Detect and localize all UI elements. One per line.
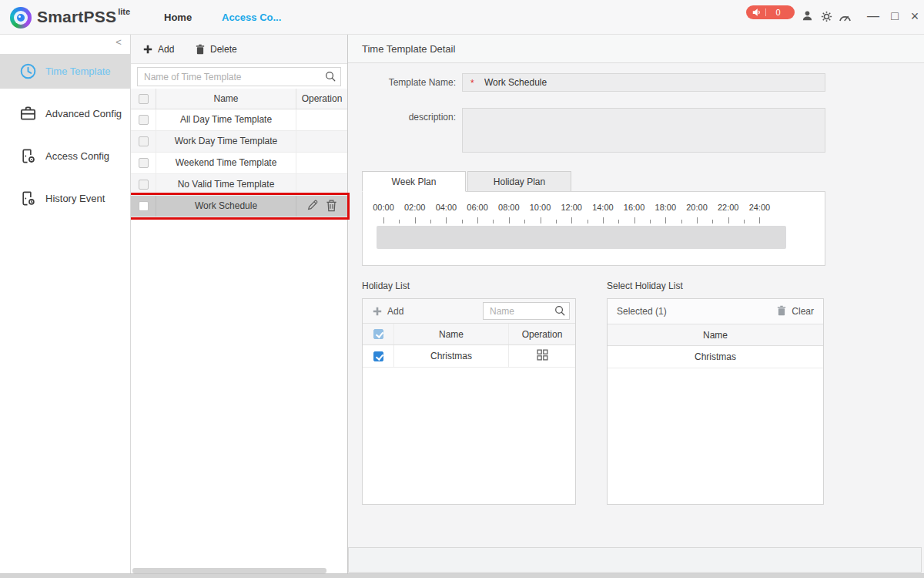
tick-mark [493, 220, 494, 223]
search-icon[interactable] [554, 305, 565, 318]
description-textarea[interactable] [462, 108, 825, 153]
close-button[interactable]: × [906, 0, 923, 35]
table-row[interactable]: Weekend Time Template [131, 153, 347, 174]
template-name-field[interactable]: * [462, 73, 825, 92]
app-logo: SmartPSS lite [10, 6, 130, 29]
time-label: 14:00 [592, 203, 614, 212]
row-checkbox[interactable] [139, 180, 149, 190]
timeline-track[interactable] [377, 226, 786, 249]
time-template-list-panel: Add Delete Name Operation All Day Time T… [131, 35, 348, 578]
column-header-name: Name [608, 324, 823, 346]
holiday-detail-grid-icon[interactable] [537, 349, 548, 363]
tick-mark [603, 217, 604, 223]
sidebar-item-advanced-config[interactable]: Advanced Config [0, 96, 131, 131]
table-row[interactable]: All Day Time Template [131, 109, 347, 131]
time-label: 16:00 [624, 203, 645, 212]
app-title: SmartPSS [37, 6, 116, 28]
window-bottom-strip [0, 573, 924, 578]
holiday-list-box: Add Name Operation Christmas [362, 298, 576, 505]
edit-pencil-icon[interactable] [306, 199, 319, 213]
template-name: Weekend Time Template [156, 153, 296, 173]
delete-template-button[interactable]: Delete [196, 35, 237, 64]
minimize-button[interactable]: — [865, 0, 882, 35]
add-template-label: Add [158, 44, 174, 55]
alarm-badge[interactable]: 0 [746, 5, 795, 19]
column-header-operation: Operation [296, 93, 347, 104]
holiday-row[interactable]: Christmas [363, 345, 575, 368]
holiday-name: Christmas [393, 345, 509, 367]
time-template-detail-panel: Time Template Detail Template Name: * de… [348, 35, 924, 578]
tab-home[interactable]: Home [164, 0, 192, 35]
sidebar: < Time Template Advanced Config Access C… [0, 35, 131, 578]
plus-icon [143, 45, 152, 54]
week-plan-panel: 00:0002:0004:0006:0008:0010:0012:0014:00… [362, 191, 825, 266]
sidebar-item-label: Time Template [45, 66, 111, 77]
user-icon[interactable] [802, 10, 813, 22]
tick-mark [383, 217, 384, 223]
add-holiday-button[interactable]: Add [373, 306, 403, 317]
sidebar-item-history-event[interactable]: History Event [0, 181, 131, 216]
select-all-holidays-checkbox[interactable] [373, 329, 383, 339]
tick-mark [509, 217, 510, 223]
app-title-suffix: lite [118, 6, 130, 17]
time-label: 06:00 [467, 203, 488, 212]
clear-button[interactable]: Clear [777, 305, 814, 318]
add-template-button[interactable]: Add [143, 35, 174, 64]
sidebar-item-access-config[interactable]: Access Config [0, 139, 131, 173]
sidebar-item-label: Advanced Config [45, 108, 122, 119]
holiday-list-toolbar: Add [363, 299, 575, 324]
selected-holiday-name[interactable]: Christmas [608, 346, 823, 368]
tick-mark [681, 220, 682, 223]
tick-mark [588, 220, 588, 223]
title-bar: SmartPSS lite Home Access Co... 0 — □ × [0, 0, 924, 35]
table-row[interactable]: No Valid Time Template [131, 174, 347, 196]
row-checkbox[interactable] [139, 115, 149, 125]
tick-mark [524, 220, 525, 223]
performance-gauge-icon[interactable] [839, 12, 852, 22]
template-name-label: Template Name: [348, 77, 456, 88]
plus-icon [373, 307, 382, 316]
column-header-name: Name [393, 324, 509, 344]
tab-access-control[interactable]: Access Co... [222, 0, 281, 35]
horizontal-scrollbar[interactable] [132, 568, 326, 573]
tick-mark [759, 217, 760, 223]
maximize-button[interactable]: □ [886, 0, 903, 35]
tick-mark [556, 220, 557, 223]
template-search-input[interactable] [137, 67, 341, 86]
tick-mark [571, 217, 572, 223]
select-holiday-list-title: Select Holiday List [607, 281, 683, 291]
table-row-selected[interactable]: Work Schedule [131, 196, 347, 217]
search-icon[interactable] [325, 71, 336, 84]
tick-mark [634, 217, 635, 223]
tab-week-plan[interactable]: Week Plan [362, 171, 466, 192]
row-checkbox[interactable] [139, 201, 149, 211]
delete-trash-icon[interactable] [326, 199, 337, 214]
tick-mark [541, 217, 541, 223]
select-holiday-list-box: Selected (1) Clear Name Christmas [607, 298, 824, 505]
tab-holiday-plan[interactable]: Holiday Plan [467, 171, 571, 192]
column-header-name: Name [156, 89, 296, 109]
table-row[interactable]: Work Day Time Template [131, 131, 347, 153]
sidebar-item-time-template[interactable]: Time Template [0, 54, 131, 89]
settings-gear-icon[interactable] [821, 11, 832, 22]
trash-icon [196, 44, 205, 55]
template-table-header: Name Operation [131, 89, 347, 109]
selected-header: Selected (1) Clear [608, 299, 823, 324]
template-name-input[interactable] [463, 74, 825, 91]
detail-panel-title: Time Template Detail [348, 35, 924, 63]
template-name: No Valid Time Template [156, 174, 296, 195]
select-all-checkbox[interactable] [139, 94, 149, 104]
holiday-checkbox[interactable] [373, 351, 383, 361]
clock-icon [18, 62, 37, 80]
tick-mark [430, 220, 431, 223]
row-checkbox[interactable] [139, 136, 149, 146]
detail-bottom-bar [348, 547, 922, 573]
template-table: Name Operation All Day Time Template Wor… [131, 89, 347, 217]
tick-mark [477, 217, 478, 223]
briefcase-icon [18, 105, 37, 123]
time-label: 10:00 [530, 203, 551, 212]
template-name: Work Day Time Template [156, 131, 296, 152]
collapse-sidebar-icon[interactable]: < [112, 36, 125, 48]
row-checkbox[interactable] [139, 158, 149, 168]
trash-icon [777, 305, 786, 318]
